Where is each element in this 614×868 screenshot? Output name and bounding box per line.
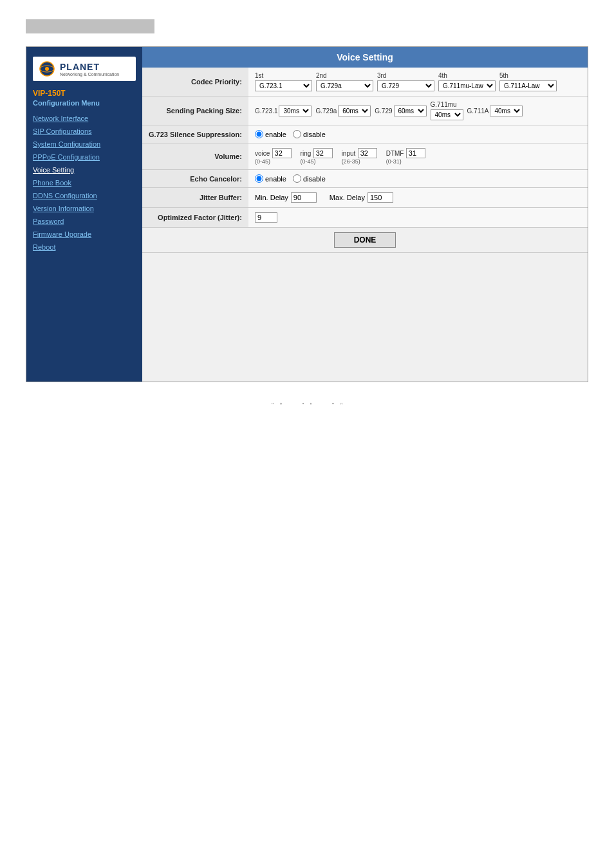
packing-g711mu-label: G.711mu [431,101,457,108]
sending-packing-label: Sending Packing Size: [142,97,248,125]
min-delay-group: Min. Delay [255,192,317,203]
packing-g7231-select[interactable]: 30ms 40ms 60ms [279,106,312,116]
g723-disable-label[interactable]: disable [293,130,326,138]
g723-disable-text: disable [303,131,326,138]
echo-enable-radio[interactable] [255,174,263,183]
echo-cancel-row: Echo Cancelor: enable disable [142,170,588,188]
g723-disable-radio[interactable] [293,130,301,138]
sidebar: PLANET Networking & Communication VIP-15… [26,47,142,382]
codec-1st-label: 1st [255,72,263,79]
packing-g729a-select[interactable]: 30ms 40ms 60ms [338,106,371,116]
packing-g729a-label: G.729a [315,107,337,115]
sending-packing-value: G.723.1 30ms 40ms 60ms G.729a 30ms [248,97,588,125]
echo-cancel-label: Echo Cancelor: [142,170,248,188]
optimized-factor-label: Optimized Factor (Jitter): [142,208,248,228]
packing-g711mu-select[interactable]: 30ms 40ms 60ms [431,109,463,120]
codec-1st-select[interactable]: G.723.1 G.729a G.729 G.711mu-Law G.711A-… [255,80,312,91]
packing-g711a-label: G.711A [467,107,489,115]
jitter-buffer-label: Jitter Buffer: [142,188,248,208]
sidebar-item-voice[interactable]: Voice Setting [33,166,136,174]
sidebar-item-system[interactable]: System Configuration [33,140,136,148]
echo-disable-label[interactable]: disable [293,174,326,183]
codec-4th-select[interactable]: G.723.1 G.729a G.729 G.711mu-Law G.711A-… [438,80,496,91]
sidebar-item-pppoe[interactable]: PPPoE Configuration [33,153,136,161]
echo-cancel-value: enable disable [248,170,588,188]
g723-enable-radio[interactable] [255,130,263,138]
volume-row: Volume: voice (0-45) ring [142,143,588,170]
codec-5th-select[interactable]: G.723.1 G.729a G.729 G.711mu-Law G.711A-… [499,80,557,91]
g723-silence-row: G.723 Silence Suppression: enable disabl… [142,125,588,143]
done-button[interactable]: DONE [334,232,396,248]
input-volume-group: input (26-35) [342,148,377,165]
content-area: Voice Setting Codec Priority: 1st G.723.… [142,47,588,382]
packing-g711a-group: G.711A 30ms 40ms 60ms [467,106,523,116]
min-delay-label: Min. Delay [255,194,288,201]
min-delay-input[interactable] [291,192,317,203]
optimized-factor-input[interactable] [255,212,277,223]
input-range: (26-35) [342,158,360,165]
ring-range: (0-45) [301,158,316,165]
top-bar [26,19,154,33]
sidebar-item-network[interactable]: Network Interface [33,115,136,122]
volume-value: voice (0-45) ring (0-45) [248,143,588,170]
sidebar-item-firmware[interactable]: Firmware Upgrade [33,230,136,238]
codec-priority-value: 1st G.723.1 G.729a G.729 G.711mu-Law G.7… [248,68,588,97]
input-label: input [342,150,356,157]
sidebar-item-sip[interactable]: SIP Configurations [33,127,136,135]
logo-text: PLANET [60,62,100,72]
packing-g729-group: G.729 30ms 40ms 60ms [375,106,426,116]
echo-disable-radio[interactable] [293,174,301,183]
jitter-buffer-value: Min. Delay Max. Delay [248,188,588,208]
packing-g729a-group: G.729a 30ms 40ms 60ms [315,106,371,116]
g723-enable-text: enable [265,131,286,138]
voice-volume-group: voice (0-45) [255,148,292,165]
packing-g711a-select[interactable]: 30ms 40ms 60ms [490,106,523,116]
jitter-buffer-row: Jitter Buffer: Min. Delay Max. Delay [142,188,588,208]
optimized-factor-value [248,208,588,228]
codec-3rd-select[interactable]: G.723.1 G.729a G.729 G.711mu-Law G.711A-… [377,80,434,91]
codec-3rd-label: 3rd [377,72,386,79]
done-row: DONE [142,228,588,253]
voice-input[interactable] [272,148,292,158]
footer-quotes: “ ” “ ” “ ” [0,402,614,409]
codec-2nd-select[interactable]: G.723.1 G.729a G.729 G.711mu-Law G.711A-… [316,80,373,91]
volume-label: Volume: [142,143,248,170]
echo-disable-text: disable [303,175,326,183]
page-title: Voice Setting [142,47,588,68]
voice-range: (0-45) [255,158,270,165]
codec-priority-label: Codec Priority: [142,68,248,97]
sidebar-item-reboot[interactable]: Reboot [33,243,136,251]
input-input[interactable] [358,148,377,158]
codec-4th-group: 4th G.723.1 G.729a G.729 G.711mu-Law G.7… [438,72,496,91]
optimized-factor-row: Optimized Factor (Jitter): [142,208,588,228]
g723-silence-value: enable disable [248,125,588,143]
echo-enable-text: enable [265,175,286,183]
ring-label: ring [301,150,312,157]
packing-g711mu-group: G.711mu 30ms 40ms 60ms [431,101,463,120]
ring-input[interactable] [313,148,333,158]
codec-1st-group: 1st G.723.1 G.729a G.729 G.711mu-Law G.7… [255,72,312,91]
packing-g7231-group: G.723.1 30ms 40ms 60ms [255,106,312,116]
logo-subtext: Networking & Communication [60,72,119,77]
planet-logo-icon [38,60,56,78]
ring-volume-group: ring (0-45) [301,148,333,165]
svg-point-2 [45,67,49,71]
echo-enable-label[interactable]: enable [255,174,286,183]
sidebar-item-phonebook[interactable]: Phone Book [33,179,136,187]
sending-packing-row: Sending Packing Size: G.723.1 30ms 40ms … [142,97,588,125]
g723-enable-label[interactable]: enable [255,130,286,138]
codec-2nd-group: 2nd G.723.1 G.729a G.729 G.711mu-Law G.7… [316,72,373,91]
max-delay-label: Max. Delay [330,194,365,201]
codec-4th-label: 4th [438,72,447,79]
sidebar-item-ddns[interactable]: DDNS Configuration [33,192,136,199]
codec-3rd-group: 3rd G.723.1 G.729a G.729 G.711mu-Law G.7… [377,72,434,91]
settings-table: Codec Priority: 1st G.723.1 G.729a G.729… [142,68,588,253]
max-delay-group: Max. Delay [330,192,393,203]
packing-g729-select[interactable]: 30ms 40ms 60ms [394,106,427,116]
sidebar-item-version[interactable]: Version Information [33,205,136,212]
dtmf-input[interactable] [406,148,425,158]
device-title: VIP-150T [33,89,136,98]
echo-cancel-radio-group: enable disable [255,174,581,183]
sidebar-item-password[interactable]: Password [33,217,136,225]
max-delay-input[interactable] [367,192,393,203]
